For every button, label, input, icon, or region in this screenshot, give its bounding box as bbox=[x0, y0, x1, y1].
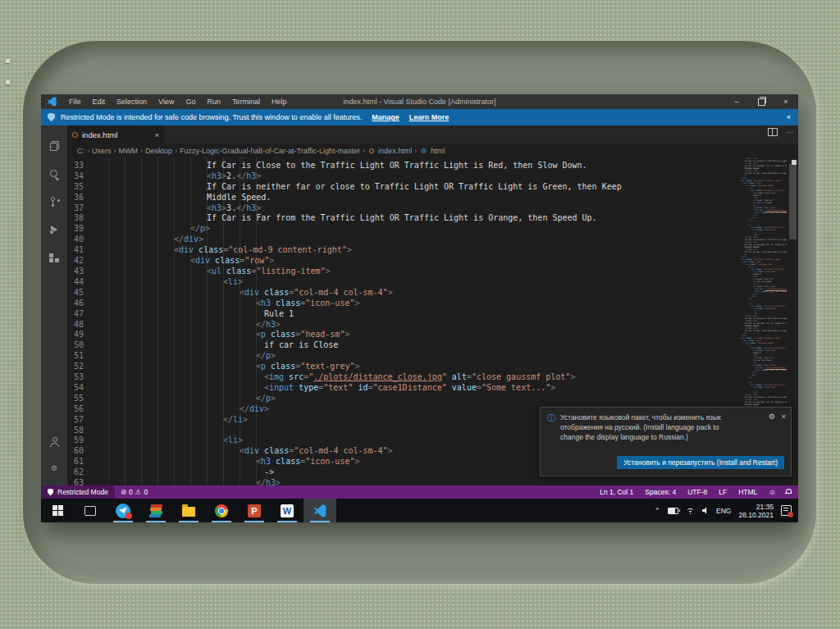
line-number[interactable]: 49 bbox=[72, 330, 84, 340]
line-number[interactable]: 62 bbox=[72, 467, 84, 478]
menu-help[interactable]: Help bbox=[266, 98, 293, 106]
split-editor-icon[interactable] bbox=[768, 128, 778, 136]
notifications-bell-icon[interactable] bbox=[785, 489, 792, 495]
run-debug-icon[interactable] bbox=[41, 217, 67, 242]
battery-icon[interactable] bbox=[668, 508, 678, 514]
menu-edit[interactable]: Edit bbox=[87, 98, 112, 106]
menu-run[interactable]: Run bbox=[201, 98, 226, 106]
breadcrumb-item[interactable]: Users bbox=[92, 147, 112, 155]
line-number[interactable]: 41 bbox=[72, 245, 84, 256]
menu-terminal[interactable]: Terminal bbox=[226, 98, 266, 106]
taskbar-app-chrome[interactable] bbox=[205, 499, 238, 522]
task-view-button[interactable] bbox=[74, 499, 107, 522]
line-number[interactable]: 48 bbox=[72, 320, 84, 330]
manage-link[interactable]: Manage bbox=[372, 113, 399, 121]
line-number[interactable]: 46 bbox=[72, 299, 84, 309]
more-actions-icon[interactable]: ··· bbox=[786, 128, 793, 136]
code-line[interactable]: 51</p> bbox=[67, 351, 798, 362]
close-button[interactable]: × bbox=[774, 94, 798, 109]
line-number[interactable]: 50 bbox=[72, 340, 84, 351]
accounts-icon[interactable] bbox=[41, 430, 67, 454]
code-line[interactable]: 52<p class="text-grey"> bbox=[67, 362, 798, 372]
settings-gear-icon[interactable]: ⚙ bbox=[41, 456, 67, 481]
line-number[interactable]: 51 bbox=[72, 351, 84, 362]
breadcrumb-item[interactable]: MWM bbox=[119, 147, 139, 155]
line-number[interactable]: 37 bbox=[72, 203, 84, 214]
learn-more-link[interactable]: Learn More bbox=[409, 113, 450, 121]
line-number[interactable]: 35 bbox=[72, 182, 84, 193]
line-number[interactable]: 61 bbox=[72, 457, 84, 467]
code-line[interactable]: 38If Car is Far from the Traffic Light O… bbox=[67, 213, 798, 224]
explorer-icon[interactable] bbox=[41, 134, 67, 158]
code-line[interactable]: 37<h3>3.</h3> bbox=[67, 203, 798, 214]
line-number[interactable]: 60 bbox=[72, 446, 84, 457]
feedback-icon[interactable]: ☺ bbox=[769, 488, 776, 496]
code-line[interactable]: 33If Car is Close to the Traffic Light O… bbox=[67, 161, 798, 171]
problems-indicator[interactable]: ⊘0 ⚠0 bbox=[121, 488, 148, 496]
code-line[interactable]: 48</h3> bbox=[67, 320, 798, 330]
code-line[interactable]: 35If Car is neither far or close to Traf… bbox=[67, 182, 798, 193]
menu-selection[interactable]: Selection bbox=[111, 98, 153, 106]
code-line[interactable]: 50if car is Close bbox=[67, 340, 798, 351]
notification-close-icon[interactable]: × bbox=[782, 412, 786, 442]
breadcrumb-item[interactable]: html bbox=[431, 147, 445, 155]
line-number[interactable]: 54 bbox=[72, 383, 84, 394]
code-line[interactable]: 63</h3> bbox=[67, 478, 798, 485]
line-number[interactable]: 57 bbox=[72, 415, 84, 426]
search-icon[interactable] bbox=[41, 162, 67, 186]
line-number[interactable]: 42 bbox=[72, 256, 84, 267]
language-mode[interactable]: HTML bbox=[738, 488, 757, 496]
taskbar-app-telegram[interactable] bbox=[107, 499, 139, 522]
line-number[interactable]: 33 bbox=[72, 161, 84, 171]
code-line[interactable]: 45<div class="col-md-4 col-sm-4"> bbox=[67, 288, 798, 299]
menu-view[interactable]: View bbox=[153, 98, 180, 106]
taskbar-app-powerpoint[interactable]: P bbox=[238, 499, 271, 522]
tab-index-html[interactable]: index.html × bbox=[67, 125, 164, 144]
code-line[interactable]: 44<li> bbox=[67, 277, 798, 288]
source-control-icon[interactable] bbox=[41, 189, 67, 214]
eol-setting[interactable]: LF bbox=[719, 488, 727, 496]
line-number[interactable]: 56 bbox=[72, 404, 84, 415]
code-line[interactable]: 43<ul class="listing-item"> bbox=[67, 267, 798, 277]
taskbar-app-word[interactable]: W bbox=[271, 499, 304, 522]
breadcrumb-item[interactable]: Desktop bbox=[145, 147, 172, 155]
line-number[interactable]: 43 bbox=[72, 267, 84, 277]
code-line[interactable]: 47Rule 1 bbox=[67, 309, 798, 320]
line-number[interactable]: 45 bbox=[72, 288, 84, 299]
menu-file[interactable]: File bbox=[63, 98, 87, 106]
code-line[interactable]: 39</p> bbox=[67, 224, 798, 235]
banner-close-icon[interactable]: × bbox=[787, 113, 791, 121]
code-line[interactable]: 49<p class="head-sm"> bbox=[67, 330, 798, 340]
restore-button[interactable] bbox=[749, 94, 774, 109]
minimize-button[interactable]: – bbox=[724, 94, 749, 109]
breadcrumb-item[interactable]: C: bbox=[77, 147, 84, 155]
line-number[interactable]: 38 bbox=[72, 213, 84, 224]
code-line[interactable]: 55</p> bbox=[67, 394, 798, 404]
code-line[interactable]: 53<img src="./plots/distance_close.jpg" … bbox=[67, 372, 798, 383]
taskbar-app-explorer[interactable] bbox=[172, 499, 205, 522]
volume-icon[interactable] bbox=[702, 508, 709, 514]
clock[interactable]: 21:35 28.10.2021 bbox=[738, 503, 774, 519]
install-restart-button[interactable]: Установить и перезапустить (Install and … bbox=[617, 456, 784, 469]
extensions-icon[interactable] bbox=[41, 245, 67, 270]
indentation-setting[interactable]: Spaces: 4 bbox=[645, 488, 676, 496]
line-number[interactable]: 39 bbox=[72, 224, 84, 235]
line-number[interactable]: 55 bbox=[72, 394, 84, 404]
code-line[interactable]: 42<div class="row"> bbox=[67, 256, 798, 267]
line-number[interactable]: 59 bbox=[72, 435, 84, 446]
breadcrumb-item[interactable]: index.html bbox=[378, 147, 412, 155]
cursor-position[interactable]: Ln 1, Col 1 bbox=[600, 488, 633, 496]
notification-gear-icon[interactable]: ⚙ bbox=[769, 412, 775, 442]
language-indicator[interactable]: ENG bbox=[716, 507, 731, 515]
code-line[interactable]: 46<h3 class="icon-use"> bbox=[67, 299, 798, 309]
code-line[interactable]: 40</div> bbox=[67, 235, 798, 245]
code-line[interactable]: 34<h3>2.</h3> bbox=[67, 171, 798, 182]
line-number[interactable]: 44 bbox=[72, 277, 84, 288]
tab-close-icon[interactable]: × bbox=[154, 130, 159, 139]
menu-go[interactable]: Go bbox=[180, 98, 201, 106]
taskbar-app-vscode[interactable] bbox=[304, 499, 336, 522]
line-number[interactable]: 63 bbox=[72, 478, 84, 485]
start-button[interactable] bbox=[41, 499, 74, 522]
line-number[interactable]: 36 bbox=[72, 193, 84, 203]
code-line[interactable]: 54<input type="text" id="case1Distance" … bbox=[67, 383, 798, 394]
